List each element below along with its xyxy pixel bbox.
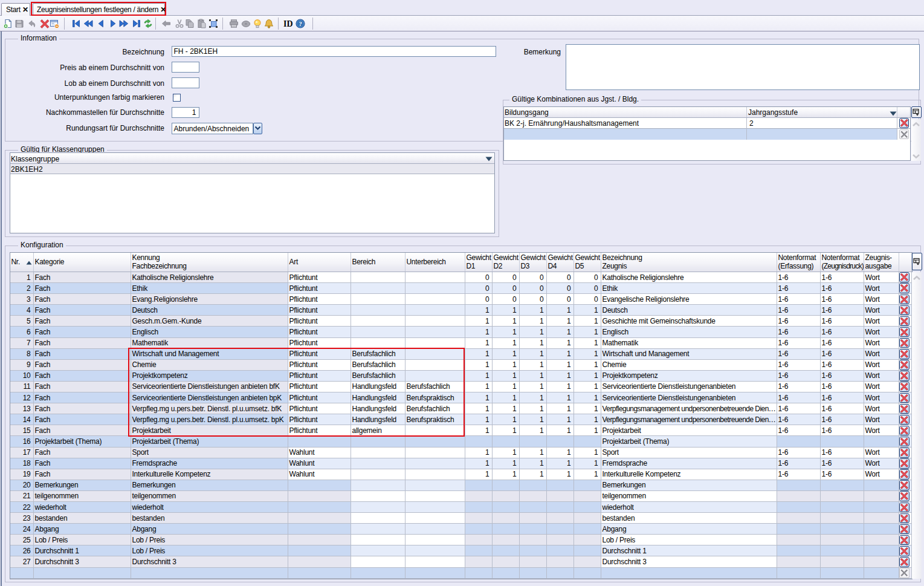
- svg-text:?: ?: [299, 21, 302, 27]
